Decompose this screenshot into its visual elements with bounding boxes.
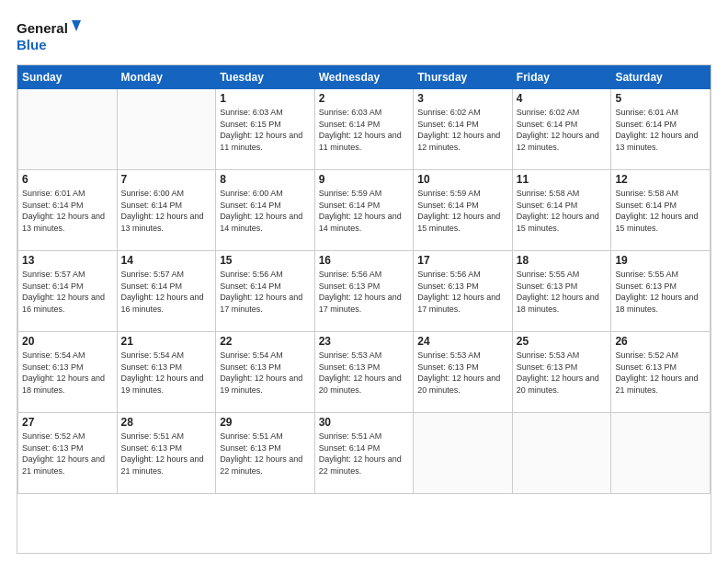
day-number: 25 xyxy=(517,335,608,348)
cell-2-1: 14Sunrise: 5:57 AM Sunset: 6:14 PM Dayli… xyxy=(117,251,216,332)
cell-3-5: 25Sunrise: 5:53 AM Sunset: 6:13 PM Dayli… xyxy=(512,332,611,413)
day-number: 19 xyxy=(615,254,706,267)
logo: General Blue xyxy=(17,17,81,55)
cell-0-3: 2Sunrise: 6:03 AM Sunset: 6:14 PM Daylig… xyxy=(314,89,414,170)
day-info: Sunrise: 5:52 AM Sunset: 6:13 PM Dayligh… xyxy=(615,350,706,396)
day-number: 24 xyxy=(417,335,508,348)
day-info: Sunrise: 6:02 AM Sunset: 6:14 PM Dayligh… xyxy=(417,107,508,153)
cell-3-0: 20Sunrise: 5:54 AM Sunset: 6:13 PM Dayli… xyxy=(18,332,118,413)
cell-2-5: 18Sunrise: 5:55 AM Sunset: 6:13 PM Dayli… xyxy=(512,251,611,332)
cell-3-6: 26Sunrise: 5:52 AM Sunset: 6:13 PM Dayli… xyxy=(611,332,711,413)
day-info: Sunrise: 5:54 AM Sunset: 6:13 PM Dayligh… xyxy=(22,350,113,396)
day-info: Sunrise: 5:54 AM Sunset: 6:13 PM Dayligh… xyxy=(121,350,212,396)
day-number: 4 xyxy=(517,92,608,105)
logo-svg: General Blue xyxy=(17,17,81,55)
day-info: Sunrise: 6:02 AM Sunset: 6:14 PM Dayligh… xyxy=(517,107,608,153)
day-number: 15 xyxy=(220,254,311,267)
day-info: Sunrise: 5:51 AM Sunset: 6:13 PM Dayligh… xyxy=(220,431,311,477)
day-info: Sunrise: 5:59 AM Sunset: 6:14 PM Dayligh… xyxy=(417,188,508,234)
cell-1-0: 6Sunrise: 6:01 AM Sunset: 6:14 PM Daylig… xyxy=(18,170,118,251)
day-number: 26 xyxy=(615,335,706,348)
col-header-sunday: Sunday xyxy=(18,66,118,89)
cell-4-0: 27Sunrise: 5:52 AM Sunset: 6:13 PM Dayli… xyxy=(18,413,118,494)
week-row-2: 6Sunrise: 6:01 AM Sunset: 6:14 PM Daylig… xyxy=(18,170,711,251)
day-number: 23 xyxy=(319,335,410,348)
day-info: Sunrise: 5:56 AM Sunset: 6:13 PM Dayligh… xyxy=(319,269,410,315)
day-info: Sunrise: 5:56 AM Sunset: 6:13 PM Dayligh… xyxy=(417,269,508,315)
day-of-week-header: SundayMondayTuesdayWednesdayThursdayFrid… xyxy=(18,66,711,89)
week-row-5: 27Sunrise: 5:52 AM Sunset: 6:13 PM Dayli… xyxy=(18,413,711,494)
cell-4-5 xyxy=(512,413,611,494)
cell-1-4: 10Sunrise: 5:59 AM Sunset: 6:14 PM Dayli… xyxy=(414,170,513,251)
cell-0-0 xyxy=(18,89,118,170)
day-info: Sunrise: 5:55 AM Sunset: 6:13 PM Dayligh… xyxy=(517,269,608,315)
day-number: 17 xyxy=(417,254,508,267)
day-number: 22 xyxy=(220,335,311,348)
cell-2-0: 13Sunrise: 5:57 AM Sunset: 6:14 PM Dayli… xyxy=(18,251,118,332)
cell-1-1: 7Sunrise: 6:00 AM Sunset: 6:14 PM Daylig… xyxy=(117,170,216,251)
header: General Blue xyxy=(17,17,711,55)
cell-3-3: 23Sunrise: 5:53 AM Sunset: 6:13 PM Dayli… xyxy=(314,332,414,413)
day-number: 6 xyxy=(22,173,113,186)
day-info: Sunrise: 5:58 AM Sunset: 6:14 PM Dayligh… xyxy=(517,188,608,234)
page: General Blue SundayMondayTuesdayWednesda… xyxy=(0,0,728,563)
day-info: Sunrise: 5:57 AM Sunset: 6:14 PM Dayligh… xyxy=(22,269,113,315)
svg-marker-2 xyxy=(72,20,81,31)
day-info: Sunrise: 5:52 AM Sunset: 6:13 PM Dayligh… xyxy=(22,431,113,477)
col-header-thursday: Thursday xyxy=(414,66,513,89)
day-number: 5 xyxy=(615,92,706,105)
cell-4-4 xyxy=(414,413,513,494)
day-number: 28 xyxy=(121,416,212,429)
day-number: 3 xyxy=(417,92,508,105)
day-info: Sunrise: 6:00 AM Sunset: 6:14 PM Dayligh… xyxy=(121,188,212,234)
week-row-3: 13Sunrise: 5:57 AM Sunset: 6:14 PM Dayli… xyxy=(18,251,711,332)
col-header-wednesday: Wednesday xyxy=(314,66,414,89)
cell-3-4: 24Sunrise: 5:53 AM Sunset: 6:13 PM Dayli… xyxy=(414,332,513,413)
col-header-monday: Monday xyxy=(117,66,216,89)
day-info: Sunrise: 6:01 AM Sunset: 6:14 PM Dayligh… xyxy=(22,188,113,234)
day-number: 29 xyxy=(220,416,311,429)
cell-3-2: 22Sunrise: 5:54 AM Sunset: 6:13 PM Dayli… xyxy=(216,332,315,413)
cell-0-2: 1Sunrise: 6:03 AM Sunset: 6:15 PM Daylig… xyxy=(216,89,315,170)
day-info: Sunrise: 6:03 AM Sunset: 6:14 PM Dayligh… xyxy=(319,107,410,153)
day-info: Sunrise: 5:54 AM Sunset: 6:13 PM Dayligh… xyxy=(220,350,311,396)
day-number: 27 xyxy=(22,416,113,429)
day-number: 8 xyxy=(220,173,311,186)
cell-1-5: 11Sunrise: 5:58 AM Sunset: 6:14 PM Dayli… xyxy=(512,170,611,251)
day-number: 9 xyxy=(319,173,410,186)
day-info: Sunrise: 6:00 AM Sunset: 6:14 PM Dayligh… xyxy=(220,188,311,234)
cell-3-1: 21Sunrise: 5:54 AM Sunset: 6:13 PM Dayli… xyxy=(117,332,216,413)
day-info: Sunrise: 5:51 AM Sunset: 6:14 PM Dayligh… xyxy=(319,431,410,477)
cell-4-2: 29Sunrise: 5:51 AM Sunset: 6:13 PM Dayli… xyxy=(216,413,315,494)
day-info: Sunrise: 5:53 AM Sunset: 6:13 PM Dayligh… xyxy=(517,350,608,396)
col-header-friday: Friday xyxy=(512,66,611,89)
cell-2-4: 17Sunrise: 5:56 AM Sunset: 6:13 PM Dayli… xyxy=(414,251,513,332)
day-info: Sunrise: 5:57 AM Sunset: 6:14 PM Dayligh… xyxy=(121,269,212,315)
day-number: 1 xyxy=(220,92,311,105)
day-number: 12 xyxy=(615,173,706,186)
day-number: 20 xyxy=(22,335,113,348)
day-info: Sunrise: 5:56 AM Sunset: 6:14 PM Dayligh… xyxy=(220,269,311,315)
day-info: Sunrise: 5:58 AM Sunset: 6:14 PM Dayligh… xyxy=(615,188,706,234)
day-number: 11 xyxy=(517,173,608,186)
day-number: 2 xyxy=(319,92,410,105)
day-info: Sunrise: 5:55 AM Sunset: 6:13 PM Dayligh… xyxy=(615,269,706,315)
day-info: Sunrise: 5:59 AM Sunset: 6:14 PM Dayligh… xyxy=(319,188,410,234)
svg-text:General: General xyxy=(17,20,68,36)
cell-0-1 xyxy=(117,89,216,170)
cell-2-3: 16Sunrise: 5:56 AM Sunset: 6:13 PM Dayli… xyxy=(314,251,414,332)
cell-1-3: 9Sunrise: 5:59 AM Sunset: 6:14 PM Daylig… xyxy=(314,170,414,251)
day-number: 14 xyxy=(121,254,212,267)
cell-1-6: 12Sunrise: 5:58 AM Sunset: 6:14 PM Dayli… xyxy=(611,170,711,251)
svg-text:Blue: Blue xyxy=(17,37,47,52)
calendar-body: 1Sunrise: 6:03 AM Sunset: 6:15 PM Daylig… xyxy=(18,89,711,494)
day-number: 30 xyxy=(319,416,410,429)
day-number: 10 xyxy=(417,173,508,186)
day-number: 13 xyxy=(22,254,113,267)
cell-4-1: 28Sunrise: 5:51 AM Sunset: 6:13 PM Dayli… xyxy=(117,413,216,494)
day-number: 21 xyxy=(121,335,212,348)
day-number: 18 xyxy=(517,254,608,267)
cell-0-4: 3Sunrise: 6:02 AM Sunset: 6:14 PM Daylig… xyxy=(414,89,513,170)
col-header-tuesday: Tuesday xyxy=(216,66,315,89)
day-info: Sunrise: 6:01 AM Sunset: 6:14 PM Dayligh… xyxy=(615,107,706,153)
